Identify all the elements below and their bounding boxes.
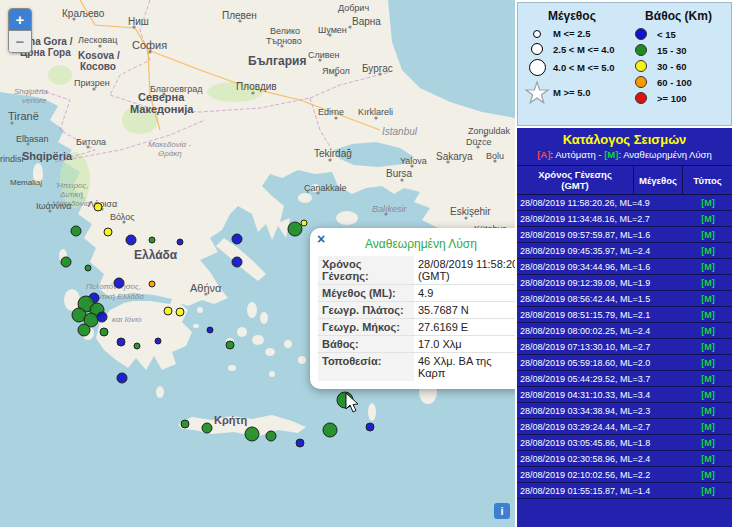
- quake-marker[interactable]: [94, 203, 102, 211]
- catalog-row-time-mag: 28/08/2019 03:34:38.94, ML=2.3: [520, 406, 687, 416]
- catalog-row[interactable]: 28/08/2019 07:13:30.10, ML=2.7[Μ]: [517, 339, 732, 355]
- magnitude-circle-icon: [524, 30, 550, 38]
- quake-marker[interactable]: [117, 373, 127, 383]
- catalog-row[interactable]: 28/08/2019 02:10:02.56, ML=2.2[Μ]: [517, 467, 732, 483]
- catalog-row-time-mag: 28/08/2019 02:10:02.56, ML=2.2: [520, 470, 687, 480]
- quake-marker[interactable]: [117, 338, 125, 346]
- catalog-row[interactable]: 28/08/2019 09:12:39.09, ML=1.9[Μ]: [517, 275, 732, 291]
- catalog-row[interactable]: 28/08/2019 08:51:15.79, ML=2.1[Μ]: [517, 307, 732, 323]
- quake-marker[interactable]: [288, 222, 302, 236]
- map-label: Tekirdağ: [314, 148, 352, 159]
- depth-legend-item: 60 - 100: [628, 76, 729, 88]
- quake-marker[interactable]: [61, 257, 71, 267]
- depth-dot-icon: [628, 28, 654, 40]
- map-label: Плевен: [222, 10, 257, 21]
- quake-marker[interactable]: [366, 423, 374, 431]
- quake-marker[interactable]: [85, 265, 91, 271]
- catalog-row-type: [Μ]: [687, 374, 729, 384]
- quake-marker[interactable]: [245, 427, 259, 441]
- info-button[interactable]: i: [494, 503, 510, 519]
- catalog-row[interactable]: 28/08/2019 03:05:45.86, ML=1.8[Μ]: [517, 435, 732, 451]
- quake-marker[interactable]: [323, 423, 337, 437]
- catalog-row[interactable]: 28/08/2019 09:57:59.87, ML=1.6[Μ]: [517, 227, 732, 243]
- catalog-row[interactable]: 28/08/2019 11:34:48.16, ML=2.7[Μ]: [517, 211, 732, 227]
- catalog-row[interactable]: 28/08/2019 11:58:20.26, ML=4.9[Μ]: [517, 195, 732, 211]
- map-label: Μακεδονία -: [148, 140, 191, 149]
- quake-marker[interactable]: [104, 228, 112, 236]
- popup-row-value: 46 Χλμ. ΒΑ της Καρπ: [414, 353, 516, 381]
- quake-marker[interactable]: [155, 338, 161, 344]
- quake-marker[interactable]: [207, 327, 213, 333]
- zoom-out-button[interactable]: −: [9, 31, 31, 52]
- magnitude-legend-item: 2.5 < M <= 4.0: [524, 43, 620, 55]
- quake-marker[interactable]: [100, 328, 108, 336]
- catalog-row[interactable]: 28/08/2019 05:44:29.52, ML=3.7[Μ]: [517, 371, 732, 387]
- catalog-row[interactable]: 28/08/2019 09:45:35.97, ML=2.4[Μ]: [517, 243, 732, 259]
- map[interactable]: КраљевоНишПлевенДобричВарнаШуменВеликоТъ…: [0, 0, 516, 527]
- quake-marker[interactable]: [126, 235, 136, 245]
- catalog-row[interactable]: 28/08/2019 03:34:38.94, ML=2.3[Μ]: [517, 403, 732, 419]
- quake-marker[interactable]: [164, 307, 172, 315]
- catalog-row-time-mag: 28/08/2019 08:51:15.79, ML=2.1: [520, 310, 687, 320]
- quake-marker[interactable]: [78, 324, 90, 336]
- quake-marker[interactable]: [149, 281, 155, 287]
- quake-popup: × Αναθεωρημένη Λύση Χρόνος Γένεσης: 28/0…: [310, 228, 516, 389]
- quake-marker[interactable]: [301, 220, 307, 226]
- map-label: και Ιόνιο: [112, 315, 142, 324]
- depth-dot-icon: [628, 92, 654, 104]
- map-label: Tiranë: [8, 110, 39, 122]
- quake-marker[interactable]: [177, 239, 183, 245]
- popup-close-icon[interactable]: ×: [317, 231, 325, 247]
- map-label: Zonguldak: [468, 126, 511, 136]
- catalog-row-time-mag: 28/08/2019 04:31:10.33, ML=3.4: [520, 390, 687, 400]
- map-label: Bursa: [386, 168, 413, 179]
- map-label: Shqipëria: [14, 87, 48, 96]
- catalog-row[interactable]: 28/08/2019 08:56:42.44, ML=1.5[Μ]: [517, 291, 732, 307]
- quake-marker[interactable]: [202, 423, 212, 433]
- map-label: Balıkesir: [372, 204, 408, 214]
- quake-marker[interactable]: [296, 439, 304, 447]
- quake-marker[interactable]: [134, 343, 140, 349]
- depth-legend-label: 30 - 60: [657, 61, 687, 72]
- map-label: Ниш: [128, 16, 149, 27]
- map-label: Çanakkale: [304, 183, 347, 193]
- catalog-row[interactable]: 28/08/2019 09:34:44.96, ML=1.6[Μ]: [517, 259, 732, 275]
- catalog-row[interactable]: 28/08/2019 01:55:15.87, ML=1.4[Μ]: [517, 483, 732, 499]
- map-label: Сливен: [308, 50, 339, 60]
- automatic-tag: [Α]: [537, 149, 550, 160]
- magnitude-legend-label: M >= 5.0: [553, 87, 591, 98]
- quake-marker[interactable]: [97, 312, 107, 322]
- catalog-row-type: [Μ]: [687, 294, 729, 304]
- magnitude-legend-label: M <= 2.5: [553, 28, 591, 39]
- catalog-row-time-mag: 28/08/2019 05:59:18.60, ML=2.0: [520, 358, 687, 368]
- catalog-row[interactable]: 28/08/2019 04:31:10.33, ML=3.4[Μ]: [517, 387, 732, 403]
- catalog-row[interactable]: 28/08/2019 02:30:58.96, ML=2.4[Μ]: [517, 451, 732, 467]
- quake-marker[interactable]: [149, 237, 155, 243]
- depth-dot-icon: [628, 44, 654, 56]
- depth-dot-icon: [628, 76, 654, 88]
- depth-legend-item: < 15: [628, 28, 729, 40]
- map-label: Битола: [76, 137, 106, 147]
- quake-marker[interactable]: [71, 226, 81, 236]
- quake-marker[interactable]: [181, 420, 189, 428]
- catalog-row[interactable]: 28/08/2019 05:59:18.60, ML=2.0[Μ]: [517, 355, 732, 371]
- map-label: veriore: [22, 96, 47, 105]
- catalog-rows: 28/08/2019 11:58:20.26, ML=4.9[Μ]28/08/2…: [517, 195, 732, 527]
- zoom-control: + −: [8, 8, 32, 53]
- catalog-row-type: [Μ]: [687, 262, 729, 272]
- zoom-in-button[interactable]: +: [9, 9, 31, 31]
- quake-marker[interactable]: [176, 308, 184, 316]
- catalog-row-type: [Μ]: [687, 438, 729, 448]
- quake-marker[interactable]: [232, 257, 242, 267]
- map-label: Αθήνα: [190, 282, 222, 294]
- quake-marker[interactable]: [266, 431, 276, 441]
- catalog-row-type: [Μ]: [687, 310, 729, 320]
- map-label: Edirne: [318, 107, 344, 117]
- quake-marker[interactable]: [114, 278, 124, 288]
- depth-legend: Βάθος (Km) < 1515 - 3030 - 6060 - 100>= …: [622, 3, 731, 125]
- quake-marker[interactable]: [226, 341, 234, 349]
- quake-marker[interactable]: [232, 234, 242, 244]
- catalog-row[interactable]: 28/08/2019 03:29:24.44, ML=2.7[Μ]: [517, 419, 732, 435]
- seismic-monitor-app: КраљевоНишПлевенДобричВарнаШуменВеликоТъ…: [0, 0, 734, 527]
- catalog-row[interactable]: 28/08/2019 08:00:02.25, ML=2.4[Μ]: [517, 323, 732, 339]
